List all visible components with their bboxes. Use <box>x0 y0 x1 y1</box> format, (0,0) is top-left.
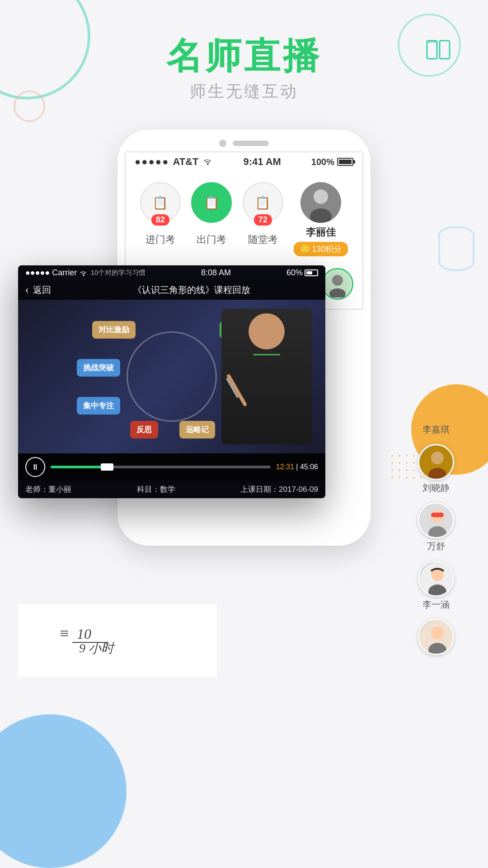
exam-label-exit: 出门考 <box>197 233 226 246</box>
mind-node-focus: 集中专注 <box>77 397 120 415</box>
whiteboard-area: ≡ 10 9 小时 <box>18 604 217 677</box>
exam-circle-exit: 📋 <box>191 182 232 223</box>
video-time: 8:08 AM <box>201 268 231 278</box>
svg-point-24 <box>431 627 444 639</box>
exam-card-entry[interactable]: 📋 82 进门考 <box>140 182 181 246</box>
video-scroll-text: 10个对的学习习惯 <box>90 269 145 277</box>
status-left: ●●●●● AT&T <box>135 156 213 168</box>
video-battery-fill <box>306 271 312 274</box>
student-name-3: 李一涵 <box>422 599 450 611</box>
student-avatar-1 <box>418 444 454 480</box>
exam-icon-class: 📋 <box>255 195 271 210</box>
battery-percent: 100% <box>311 157 334 167</box>
mind-node-contrast: 对比激励 <box>92 321 136 339</box>
battery-fill <box>339 160 352 164</box>
exam-cards-row: 📋 82 进门考 📋 出门考 📋 72 <box>126 171 362 264</box>
student-avatar-2 <box>418 502 454 538</box>
exam-label-entry: 进门考 <box>145 233 175 246</box>
back-arrow-icon[interactable]: ‹ <box>25 284 28 296</box>
student-name-1: 刘晓静 <box>422 482 450 494</box>
page-title: 名师直播 <box>0 36 488 76</box>
subject-info: 科目：数学 <box>137 484 175 495</box>
teacher-name: 李丽佳 <box>306 226 336 239</box>
student-avatar-3 <box>418 561 454 597</box>
progress-bar[interactable] <box>51 466 271 468</box>
video-title-text: 《认识三角形的线》课程回放 <box>65 284 318 296</box>
mind-node-challenge: 挑战突破 <box>77 359 120 377</box>
student-avatar-4 <box>418 619 454 655</box>
video-content: 对比激励 自我测试 挑战突破 归纳总结 集中专注 复述讲 反思 远略记 <box>18 300 325 453</box>
student-item-1[interactable]: 刘晓静 <box>418 444 454 494</box>
video-battery <box>305 269 318 276</box>
student-item-3[interactable]: 李一涵 <box>418 561 454 611</box>
time-separator: | <box>296 463 300 471</box>
exam-badge-class: 72 <box>254 214 272 226</box>
teacher-shirt <box>221 309 312 444</box>
progress-thumb <box>101 463 113 471</box>
teacher-figure <box>217 304 316 449</box>
students-panel: 李嘉琪 刘晓静 万舒 <box>393 419 479 655</box>
svg-rect-0 <box>427 41 437 59</box>
phone-camera <box>219 140 226 147</box>
teacher-avatar <box>300 182 341 223</box>
svg-rect-19 <box>431 513 444 517</box>
play-pause-button[interactable]: ⏸ <box>25 457 45 477</box>
exam-icon-entry: 📋 <box>152 195 168 210</box>
video-status-bar: ●●●●● Carrier 10个对的学习习惯 8:08 AM 60% <box>18 265 325 280</box>
points-value: 130积分 <box>312 244 342 255</box>
exam-circle-entry: 📋 82 <box>140 182 181 223</box>
video-player: ●●●●● Carrier 10个对的学习习惯 8:08 AM 60% ‹ 返回… <box>18 265 325 498</box>
exam-badge-entry: 82 <box>151 214 169 226</box>
extra-avatar <box>322 268 353 300</box>
status-bar: ●●●●● AT&T 9:41 AM 100% <box>126 152 362 171</box>
status-time: 9:41 AM <box>243 156 281 168</box>
time-total: 45:06 <box>300 463 318 471</box>
teacher-profile[interactable]: 李丽佳 🪙 130积分 <box>294 182 348 256</box>
svg-text:10: 10 <box>77 626 91 642</box>
coin-icon: 🪙 <box>300 244 310 254</box>
video-controls: ⏸ 12:31 | 45:06 <box>18 453 325 481</box>
teacher-points: 🪙 130积分 <box>294 242 348 256</box>
exam-circle-class: 📋 72 <box>243 182 283 223</box>
exam-card-exit[interactable]: 📋 出门考 <box>191 182 232 246</box>
whiteboard-text: ≡ 10 9 小时 <box>50 616 185 665</box>
battery-icon <box>337 158 353 166</box>
date-info: 上课日期：2017-06-09 <box>240 484 318 495</box>
pause-icon: ⏸ <box>31 462 39 472</box>
video-title-bar: ‹ 返回 《认识三角形的线》课程回放 <box>18 280 325 300</box>
student-item-2[interactable]: 万舒 <box>418 502 454 552</box>
video-status-left: ●●●●● Carrier 10个对的学习习惯 <box>25 268 145 278</box>
teacher-info: 老师：董小丽 <box>25 484 71 495</box>
bg-blue-circle <box>0 714 127 868</box>
exam-icon-exit: 📋 <box>204 195 220 210</box>
svg-text:≡: ≡ <box>59 624 70 642</box>
time-current: 12:31 <box>276 463 294 471</box>
mind-node-reflect: 反思 <box>130 421 158 439</box>
svg-point-4 <box>314 189 328 204</box>
page-subtitle: 师生无缝互动 <box>0 80 488 103</box>
carrier-label: AT&T <box>173 156 198 168</box>
video-info-bar: 老师：董小丽 科目：数学 上课日期：2017-06-09 <box>18 481 325 498</box>
student-item-0: 李嘉琪 <box>422 424 450 436</box>
video-status-right: 60% <box>286 268 318 278</box>
header: 名师直播 师生无缝互动 <box>0 0 488 112</box>
back-label[interactable]: 返回 <box>33 284 51 296</box>
student-name-0: 李嘉琪 <box>422 424 450 436</box>
mind-map-circle <box>127 331 217 422</box>
student-name-2: 万舒 <box>427 540 445 552</box>
wifi-icon <box>203 156 213 168</box>
progress-fill <box>51 466 110 468</box>
signal-dots: ●●●●● <box>135 156 169 168</box>
lanyard <box>253 354 280 355</box>
video-carrier: ●●●●● Carrier <box>25 268 77 278</box>
teacher-body <box>221 309 312 444</box>
mind-node-extra: 远略记 <box>179 421 215 439</box>
status-right: 100% <box>311 157 353 167</box>
svg-point-7 <box>332 275 343 286</box>
exam-card-class[interactable]: 📋 72 随堂考 <box>243 182 283 246</box>
svg-text:9 小时: 9 小时 <box>79 641 116 655</box>
svg-rect-1 <box>440 41 450 59</box>
video-player-overlay: ●●●●● Carrier 10个对的学习习惯 8:08 AM 60% ‹ 返回… <box>18 265 325 498</box>
phone-notch <box>117 130 371 147</box>
video-battery-percent: 60% <box>286 268 303 278</box>
